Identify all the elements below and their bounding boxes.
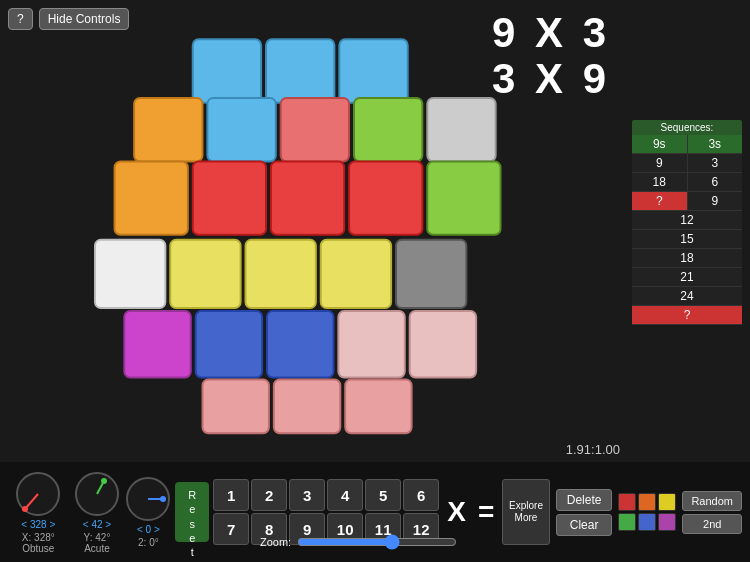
seq-row-5: 15 — [632, 230, 742, 249]
seq-r1-a: 9 — [632, 154, 688, 172]
seq-row-1: 9 3 — [632, 154, 742, 173]
svg-rect-12 — [427, 161, 500, 234]
help-button[interactable]: ? — [8, 8, 33, 30]
dial-x-label: < 328 > — [21, 519, 55, 530]
sequences-header: Sequences: — [632, 120, 742, 135]
seq-r6: 18 — [632, 249, 742, 267]
svg-rect-6 — [354, 98, 422, 162]
svg-rect-25 — [345, 379, 411, 433]
seq-r3-b: 9 — [688, 192, 743, 210]
cube-area — [0, 0, 620, 450]
random-button[interactable]: Random — [682, 491, 742, 511]
seq-row-3: ? 9 — [632, 192, 742, 211]
dial-x-container: < 328 > X: 328° Obtuse — [8, 471, 69, 554]
seq-r4: 12 — [632, 211, 742, 229]
dial-z-desc: 2: 0° — [138, 537, 159, 548]
dial-z-label: < 0 > — [137, 524, 160, 535]
seq-r7: 21 — [632, 268, 742, 286]
svg-rect-8 — [115, 161, 188, 234]
zoom-slider[interactable] — [297, 534, 457, 550]
num-6-button[interactable]: 6 — [403, 479, 439, 511]
svg-rect-14 — [170, 240, 240, 308]
dial-y — [74, 471, 120, 517]
svg-rect-17 — [396, 240, 466, 308]
svg-rect-9 — [193, 161, 266, 234]
dial-y-desc: Y: 42° Acute — [73, 532, 122, 554]
color-swatch-orange[interactable] — [638, 493, 656, 511]
seq-col-headers: 9s 3s — [632, 135, 742, 154]
multiply-operator: X — [443, 496, 470, 528]
num-5-button[interactable]: 5 — [365, 479, 401, 511]
seq-row-9: ? — [632, 306, 742, 325]
sequences-panel: Sequences: 9s 3s 9 3 18 6 ? 9 12 15 18 2… — [632, 120, 742, 325]
svg-point-31 — [101, 478, 107, 484]
svg-rect-13 — [95, 240, 165, 308]
svg-point-28 — [22, 506, 28, 512]
dial-z-container: < 0 > 2: 0° — [125, 476, 171, 548]
seq-r1-b: 3 — [688, 154, 743, 172]
color-swatch-purple[interactable] — [658, 513, 676, 531]
seq-r2-b: 6 — [688, 173, 743, 191]
num-4-button[interactable]: 4 — [327, 479, 363, 511]
top-controls: ? Hide Controls — [8, 8, 129, 30]
seq-r5: 15 — [632, 230, 742, 248]
clear-button[interactable]: Clear — [556, 514, 613, 536]
delete-button[interactable]: Delete — [556, 489, 613, 511]
cube-svg — [60, 10, 560, 440]
num-2-button[interactable]: 2 — [251, 479, 287, 511]
color-swatches — [618, 493, 676, 531]
seq-row-2: 18 6 — [632, 173, 742, 192]
hide-controls-button[interactable]: Hide Controls — [39, 8, 130, 30]
dial-x-desc: X: 328° Obtuse — [8, 532, 69, 554]
seq-r9: ? — [632, 306, 742, 324]
svg-rect-5 — [281, 98, 349, 162]
explore-more-button[interactable]: ExploreMore — [502, 479, 549, 545]
color-swatch-red[interactable] — [618, 493, 636, 511]
dial-y-container: < 42 > Y: 42° Acute — [73, 471, 122, 554]
svg-rect-2 — [339, 39, 407, 103]
svg-rect-7 — [427, 98, 495, 162]
svg-rect-1 — [266, 39, 334, 103]
svg-rect-16 — [321, 240, 391, 308]
reset-button[interactable]: Reset — [175, 482, 209, 542]
num-3-button[interactable]: 3 — [289, 479, 325, 511]
svg-rect-19 — [196, 311, 262, 377]
seq-row-8: 24 — [632, 287, 742, 306]
svg-rect-21 — [338, 311, 404, 377]
seq-r8: 24 — [632, 287, 742, 305]
svg-rect-3 — [134, 98, 202, 162]
extra-buttons: Random 2nd — [682, 491, 742, 534]
seq-row-6: 18 — [632, 249, 742, 268]
svg-rect-22 — [410, 311, 476, 377]
color-swatch-yellow[interactable] — [658, 493, 676, 511]
zoom-row: Zoom: — [260, 534, 457, 550]
seq-r3-a: ? — [632, 192, 688, 210]
svg-rect-11 — [349, 161, 422, 234]
svg-rect-0 — [193, 39, 261, 103]
svg-rect-15 — [246, 240, 316, 308]
seq-row-7: 21 — [632, 268, 742, 287]
seq-row-4: 12 — [632, 211, 742, 230]
seq-col-3s: 3s — [688, 135, 743, 153]
zoom-label: Zoom: — [260, 536, 291, 548]
svg-rect-4 — [207, 98, 275, 162]
dial-x — [15, 471, 61, 517]
color-swatch-green[interactable] — [618, 513, 636, 531]
second-button[interactable]: 2nd — [682, 514, 742, 534]
svg-rect-24 — [274, 379, 340, 433]
equals-operator: = — [474, 496, 498, 528]
svg-rect-20 — [267, 311, 333, 377]
num-7-button[interactable]: 7 — [213, 513, 249, 545]
seq-col-9s: 9s — [632, 135, 688, 153]
dial-z — [125, 476, 171, 522]
dial-y-label: < 42 > — [83, 519, 111, 530]
right-actions: Delete Clear — [556, 489, 613, 536]
svg-point-34 — [160, 496, 166, 502]
seq-r2-a: 18 — [632, 173, 688, 191]
svg-rect-10 — [271, 161, 344, 234]
color-swatch-blue[interactable] — [638, 513, 656, 531]
svg-rect-18 — [124, 311, 190, 377]
svg-rect-23 — [203, 379, 269, 433]
num-1-button[interactable]: 1 — [213, 479, 249, 511]
